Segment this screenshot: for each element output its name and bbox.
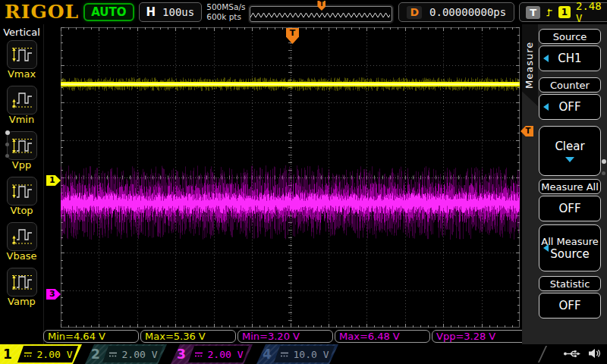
measure-item-vpp[interactable]: Vpp bbox=[7, 131, 37, 171]
measure-item-vmax[interactable]: Vmax bbox=[7, 40, 37, 80]
vtop-icon bbox=[11, 181, 33, 201]
left-menu-page-indicator bbox=[5, 130, 10, 158]
horizontal-timebase-readout: H 100us bbox=[139, 2, 203, 22]
measure-menu-tab: Measure bbox=[522, 24, 538, 106]
measure-all-label: Measure All bbox=[539, 179, 601, 194]
menu-item-measure-all: Measure All OFF bbox=[539, 179, 601, 221]
top-status-bar: RIGOL AUTO H 100us 500MSa/s 600k pts T D… bbox=[0, 0, 607, 24]
channel-3-scale: 2.00 V bbox=[208, 349, 244, 360]
channel-3-number: 3 bbox=[177, 347, 186, 362]
clear-label: Clear bbox=[555, 140, 584, 153]
vmin-label: Vmin bbox=[9, 115, 34, 125]
memory-depth: 600k pts bbox=[206, 12, 245, 22]
measure-tab-label: Measure bbox=[524, 30, 536, 100]
counter-label: Counter bbox=[539, 77, 601, 93]
rising-edge-icon bbox=[546, 7, 553, 18]
dc-coupling-icon bbox=[24, 351, 33, 358]
left-arrow-icon bbox=[543, 244, 549, 252]
channel-4-status[interactable]: 4 10.0 V bbox=[256, 344, 338, 364]
counter-value: OFF bbox=[558, 100, 580, 114]
channel-4-number: 4 bbox=[263, 347, 272, 362]
menu-item-statistic: Statistic OFF bbox=[539, 276, 601, 318]
menu-item-counter: Counter OFF bbox=[539, 77, 601, 120]
delay-label: D bbox=[407, 6, 422, 19]
trigger-readout: T 1 2.48 V bbox=[519, 2, 607, 22]
vertical-measure-menu: Vertical Vmax Vmin Vpp bbox=[0, 24, 44, 344]
measure-all-button[interactable]: OFF bbox=[539, 196, 601, 221]
channel-2-scale: 2.00 V bbox=[122, 349, 158, 360]
vtop-label: Vtop bbox=[10, 206, 33, 216]
dc-coupling-icon bbox=[280, 351, 289, 358]
measure-item-vtop[interactable]: Vtop bbox=[7, 177, 37, 216]
statistic-button[interactable]: OFF bbox=[539, 293, 601, 318]
waveform-canvas bbox=[61, 27, 520, 328]
down-arrow-icon bbox=[565, 157, 574, 162]
trigger-source-badge: 1 bbox=[558, 6, 571, 18]
measure-item-vamp[interactable]: Vamp bbox=[7, 268, 37, 307]
timebase-value: 100us bbox=[162, 6, 194, 18]
measure-item-vbase[interactable]: Vbase bbox=[7, 222, 37, 262]
source-value: CH1 bbox=[558, 52, 581, 65]
trigger-level-value: 2.48 V bbox=[576, 0, 604, 24]
channel-2-number: 2 bbox=[91, 347, 100, 362]
channel-1-status[interactable]: 1 2.00 V bbox=[0, 344, 82, 364]
acquisition-readout: 500MSa/s 600k pts bbox=[206, 2, 245, 21]
waveform-display bbox=[61, 27, 520, 328]
all-measure-label: All Measure bbox=[541, 236, 599, 247]
measure-menu-panel: Measure Source CH1 Counter OFF Clear Mea… bbox=[522, 24, 607, 344]
left-arrow-icon bbox=[543, 55, 549, 62]
vpp-icon bbox=[11, 136, 33, 155]
measure-all-value: OFF bbox=[558, 202, 580, 215]
source-button[interactable]: CH1 bbox=[539, 46, 601, 71]
horizontal-label: H bbox=[146, 5, 156, 19]
measurement-slot-5: Vpp=3.28 V bbox=[432, 330, 527, 343]
source-label: Source bbox=[539, 29, 601, 44]
all-measure-source-button[interactable]: All Measure Source bbox=[539, 224, 601, 271]
rigol-logo: RIGOL bbox=[5, 1, 79, 24]
measurement-slot-3: Min=3.20 V bbox=[237, 330, 333, 343]
beeper-icon bbox=[588, 348, 601, 359]
sample-rate: 500MSa/s bbox=[206, 2, 245, 12]
statistic-value: OFF bbox=[558, 299, 580, 312]
usb-icon bbox=[563, 349, 581, 359]
vmin-icon bbox=[11, 90, 33, 110]
waveform-preview: T bbox=[250, 2, 394, 23]
channel-status-bar: 1 2.00 V 2 2.00 V 3 2.00 V 4 bbox=[0, 344, 607, 364]
vbase-icon bbox=[11, 227, 33, 246]
counter-button[interactable]: OFF bbox=[539, 94, 601, 120]
clear-button[interactable]: Clear bbox=[539, 126, 601, 176]
oscilloscope-screen: { "topbar": { "logo": "RIGOL", "status":… bbox=[0, 0, 607, 364]
measurement-slot-4: Max=6.48 V bbox=[335, 330, 430, 343]
vmax-icon bbox=[11, 45, 33, 64]
ch1-ground-marker[interactable]: 1 bbox=[46, 175, 61, 186]
left-arrow-icon bbox=[543, 103, 549, 111]
statistic-label: Statistic bbox=[539, 276, 601, 291]
channel-3-status[interactable]: 3 2.00 V bbox=[171, 344, 253, 364]
left-menu-title: Vertical bbox=[3, 27, 40, 38]
measurement-slot-2: Max=5.36 V bbox=[140, 330, 236, 343]
channel-1-scale: 2.00 V bbox=[37, 349, 73, 360]
ch3-ground-marker[interactable]: 3 bbox=[46, 289, 61, 300]
menu-item-source: Source CH1 bbox=[539, 29, 601, 71]
measurement-slot-1: Min=4.64 V bbox=[43, 330, 139, 343]
all-measure-value: Source bbox=[550, 247, 590, 261]
dc-coupling-icon bbox=[194, 351, 203, 358]
measure-item-vmin[interactable]: Vmin bbox=[7, 86, 37, 125]
delay-readout: D 0.00000000ps bbox=[398, 2, 514, 22]
channel-2-status[interactable]: 2 2.00 V bbox=[85, 344, 167, 364]
right-menu-page-indicator bbox=[602, 159, 606, 175]
channel-1-number: 1 bbox=[3, 347, 12, 362]
vamp-label: Vamp bbox=[8, 297, 36, 307]
delay-value: 0.00000000ps bbox=[429, 6, 506, 18]
vmax-label: Vmax bbox=[8, 69, 36, 80]
dc-coupling-icon bbox=[109, 351, 118, 358]
trigger-label: T bbox=[526, 6, 540, 19]
vpp-label: Vpp bbox=[12, 160, 31, 171]
statusbar-divider bbox=[538, 346, 547, 362]
run-status-badge: AUTO bbox=[83, 3, 134, 21]
vbase-label: Vbase bbox=[7, 251, 37, 262]
channel-4-scale: 10.0 V bbox=[294, 349, 329, 360]
measurement-results-bar: Min=4.64 V Max=5.36 V Min=3.20 V Max=6.4… bbox=[43, 330, 527, 343]
vamp-icon bbox=[11, 272, 33, 292]
